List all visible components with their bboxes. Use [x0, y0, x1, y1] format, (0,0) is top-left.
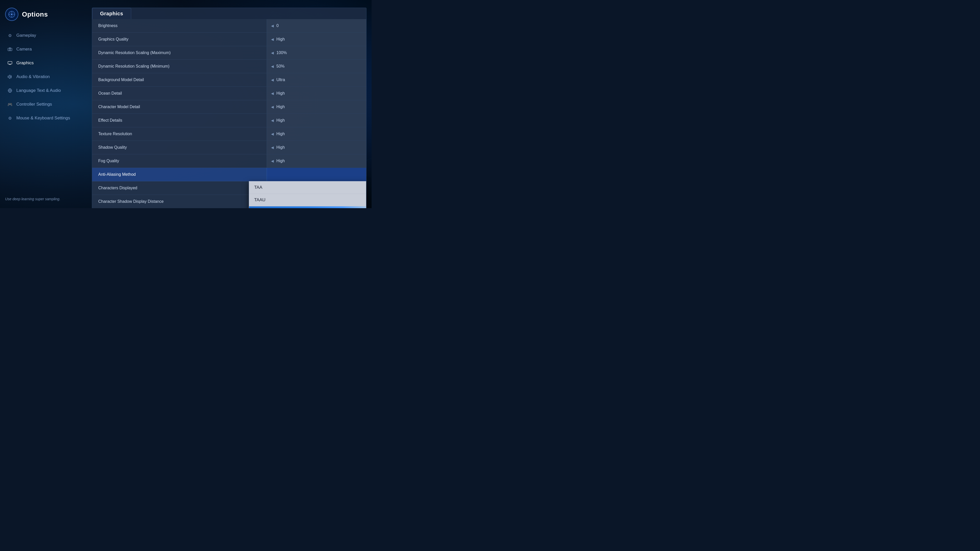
- setting-row-anti-aliasing[interactable]: Anti-Aliasing Method TAA TAAU ◆ DLSS: [92, 168, 366, 181]
- graphics-quality-value: High: [277, 37, 362, 41]
- panel-header: Graphics: [92, 8, 131, 19]
- setting-row-shadow-quality[interactable]: Shadow Quality ◀ High: [92, 141, 366, 154]
- texture-res-value: High: [277, 132, 362, 136]
- panel-title: Graphics: [100, 11, 123, 16]
- brightness-label: Brightness: [92, 24, 267, 28]
- graphics-quality-value-container[interactable]: ◀ High: [267, 33, 366, 46]
- shadow-quality-value: High: [277, 145, 362, 150]
- controller-icon: 🎮: [7, 102, 13, 107]
- settings-panel: Graphics Brightness ◀ 0 Graphics Quality…: [92, 8, 366, 208]
- setting-row-drs-min[interactable]: Dynamic Resolution Scaling (Minimum) ◀ 5…: [92, 60, 366, 73]
- sidebar-item-language[interactable]: Language Text & Audio: [0, 84, 79, 97]
- fog-quality-value: High: [277, 159, 362, 163]
- fog-quality-chevron: ◀: [271, 159, 274, 163]
- sidebar: Options ⚙ Gameplay Camera Graphics: [0, 0, 79, 208]
- setting-row-bg-model[interactable]: Background Model Detail ◀ Ultra: [92, 73, 366, 87]
- texture-res-chevron: ◀: [271, 132, 274, 136]
- setting-row-effect-details[interactable]: Effect Details ◀ High: [92, 114, 366, 127]
- graphics-icon: [7, 60, 13, 66]
- sidebar-item-controller-label: Controller Settings: [16, 102, 52, 107]
- ocean-detail-label: Ocean Detail: [92, 91, 267, 96]
- effect-details-value-container[interactable]: ◀ High: [267, 114, 366, 127]
- sidebar-item-graphics-label: Graphics: [16, 60, 34, 65]
- mouse-keyboard-icon: ⚙: [7, 115, 13, 121]
- shadow-quality-value-container[interactable]: ◀ High: [267, 141, 366, 154]
- bg-model-chevron: ◀: [271, 78, 274, 82]
- brightness-value-container[interactable]: ◀ 0: [267, 19, 366, 32]
- drs-min-chevron: ◀: [271, 64, 274, 68]
- bg-model-value-container[interactable]: ◀ Ultra: [267, 73, 366, 86]
- char-model-value-container[interactable]: ◀ High: [267, 100, 366, 114]
- anti-aliasing-label: Anti-Aliasing Method: [92, 172, 267, 177]
- sidebar-item-controller[interactable]: 🎮 Controller Settings: [0, 97, 79, 111]
- setting-row-char-model[interactable]: Character Model Detail ◀ High: [92, 100, 366, 114]
- char-shadow-dist-label: Character Shadow Display Distance: [92, 199, 267, 204]
- char-model-label: Character Model Detail: [92, 105, 267, 109]
- svg-rect-17: [8, 76, 9, 78]
- sidebar-item-audio-label: Audio & Vibration: [16, 74, 50, 79]
- effect-details-label: Effect Details: [92, 118, 267, 123]
- anti-aliasing-dropdown[interactable]: TAA TAAU ◆ DLSS: [249, 181, 366, 208]
- drs-max-value: 100%: [277, 51, 362, 55]
- texture-res-value-container[interactable]: ◀ High: [267, 127, 366, 141]
- anti-aliasing-value-container[interactable]: [267, 168, 366, 181]
- setting-row-ocean-detail[interactable]: Ocean Detail ◀ High: [92, 87, 366, 100]
- drs-max-value-container[interactable]: ◀ 100%: [267, 46, 366, 59]
- dropdown-option-dlss[interactable]: ◆ DLSS: [249, 206, 366, 208]
- setting-row-graphics-quality[interactable]: Graphics Quality ◀ High: [92, 33, 366, 46]
- setting-row-brightness[interactable]: Brightness ◀ 0: [92, 19, 366, 33]
- logo-area: Options: [0, 8, 79, 29]
- app-title: Options: [22, 11, 48, 18]
- brightness-value: 0: [277, 24, 362, 28]
- ocean-detail-value-container[interactable]: ◀ High: [267, 87, 366, 100]
- main-content: Graphics Brightness ◀ 0 Graphics Quality…: [92, 8, 366, 200]
- sidebar-item-language-label: Language Text & Audio: [16, 88, 61, 93]
- sidebar-item-graphics[interactable]: Graphics: [0, 56, 79, 70]
- dropdown-option-taa[interactable]: TAA: [249, 181, 366, 194]
- setting-row-drs-max[interactable]: Dynamic Resolution Scaling (Maximum) ◀ 1…: [92, 46, 366, 60]
- svg-point-7: [11, 14, 13, 15]
- gameplay-icon: ⚙: [7, 33, 13, 38]
- settings-list: Brightness ◀ 0 Graphics Quality ◀ High D…: [92, 19, 366, 208]
- fog-quality-label: Fog Quality: [92, 159, 267, 163]
- sidebar-item-gameplay-label: Gameplay: [16, 33, 36, 38]
- svg-rect-14: [8, 62, 12, 64]
- char-model-chevron: ◀: [271, 105, 274, 109]
- sidebar-item-camera-label: Camera: [16, 47, 32, 52]
- shadow-quality-label: Shadow Quality: [92, 145, 267, 150]
- effect-details-value: High: [277, 118, 362, 123]
- hint-text: Use deep learning super sampling.: [5, 197, 74, 201]
- sidebar-item-mouse-keyboard-label: Mouse & Keyboard Settings: [16, 116, 70, 121]
- ocean-detail-value: High: [277, 91, 362, 96]
- ocean-detail-chevron: ◀: [271, 91, 274, 95]
- char-model-value: High: [277, 105, 362, 109]
- sidebar-item-gameplay[interactable]: ⚙ Gameplay: [0, 29, 79, 42]
- sidebar-item-mouse-keyboard[interactable]: ⚙ Mouse & Keyboard Settings: [0, 111, 79, 125]
- texture-res-label: Texture Resolution: [92, 132, 267, 136]
- sidebar-item-audio[interactable]: Audio & Vibration: [0, 70, 79, 84]
- drs-min-value-container[interactable]: ◀ 50%: [267, 60, 366, 73]
- drs-max-chevron: ◀: [271, 51, 274, 55]
- shadow-quality-chevron: ◀: [271, 145, 274, 149]
- sidebar-item-camera[interactable]: Camera: [0, 42, 79, 56]
- camera-icon: [7, 46, 13, 52]
- logo-icon: [5, 8, 18, 21]
- drs-max-label: Dynamic Resolution Scaling (Maximum): [92, 51, 267, 55]
- graphics-quality-chevron: ◀: [271, 37, 274, 41]
- brightness-chevron: ◀: [271, 24, 274, 28]
- drs-min-label: Dynamic Resolution Scaling (Minimum): [92, 64, 267, 68]
- svg-point-13: [9, 49, 11, 50]
- graphics-quality-label: Graphics Quality: [92, 37, 267, 41]
- drs-min-value: 50%: [277, 64, 362, 68]
- language-icon: [7, 88, 13, 94]
- setting-row-texture-res[interactable]: Texture Resolution ◀ High: [92, 127, 366, 141]
- bg-model-value: Ultra: [277, 78, 362, 82]
- audio-icon: [7, 74, 13, 79]
- effect-details-chevron: ◀: [271, 118, 274, 122]
- bg-model-label: Background Model Detail: [92, 78, 267, 82]
- dropdown-option-taau[interactable]: TAAU: [249, 194, 366, 206]
- chars-displayed-label: Characters Displayed: [92, 186, 267, 190]
- setting-row-fog-quality[interactable]: Fog Quality ◀ High: [92, 154, 366, 168]
- fog-quality-value-container[interactable]: ◀ High: [267, 154, 366, 168]
